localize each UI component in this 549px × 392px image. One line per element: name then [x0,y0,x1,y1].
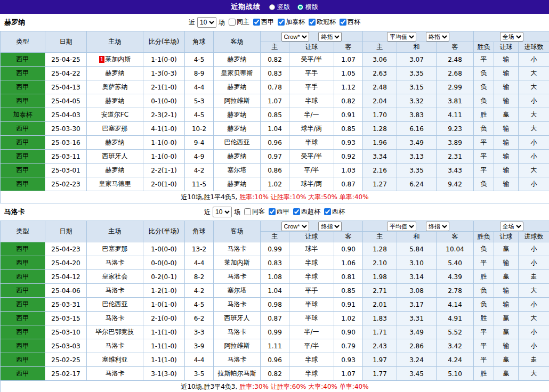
checkbox-label: 西杯 [348,18,360,27]
odds-handicap: 平手 [289,284,334,298]
result-outcome: 平 [474,164,494,177]
avg-draw: 3.35 [397,164,437,177]
summary-prefix: 近10场,胜1平4负5, [181,193,237,201]
col-header-avg-home: 主 [363,42,397,53]
col-header-avg-home: 主 [363,232,397,242]
avg-draw: 3.15 [397,80,437,94]
odds-handicap: 半球 [289,94,334,108]
filter-checkbox[interactable]: 西杯 [340,18,360,27]
layout-option-vertical[interactable]: 竖版 [269,3,290,12]
odds-away: 0.87 [334,177,363,191]
avg-time-select[interactable]: 终指 [426,32,449,42]
checkbox-label: 西甲 [277,207,289,216]
date-cell: 25-04-05 [45,94,87,108]
home-team: 赫罗纳 [87,94,143,108]
result-goals: 大 [519,108,549,122]
col-header-away: 客场 [214,221,261,242]
league-cell: 西甲 [1,256,45,270]
odds-source-select[interactable]: Crow* [281,32,309,42]
filter-checkbox[interactable]: 西杯 [324,207,345,216]
avg-group-header: 平均值 终指 [363,221,474,232]
col-header-type: 类型 [1,221,45,242]
result-outcome: 负 [474,94,494,108]
checkbox-input[interactable] [309,19,316,26]
filter-checkboxes: 同主西甲加泰杯欧冠杯西杯 [225,18,360,27]
filter-checkbox[interactable]: 欧冠杯 [309,18,336,27]
away-team: 马洛卡 [214,325,261,339]
avg-draw: 3.17 [397,298,437,312]
checkbox-input[interactable] [293,208,300,215]
checkbox-label: 欧冠杯 [317,18,336,27]
date-cell: 25-02-23 [45,177,87,191]
recent-count-select[interactable]: 10 [213,207,232,217]
checkbox-input[interactable] [340,19,346,26]
avg-time-select[interactable]: 终指 [426,222,449,231]
avg-source-select[interactable]: 平均值 [387,222,416,231]
score-cell: 1-2(1-0) [143,284,185,298]
result-goals: 小 [519,256,549,270]
avg-home: 2.63 [363,67,397,80]
away-team: 赫罗纳 [214,108,261,122]
match-row: 西甲25-04-22赫罗纳1-3(0-3)8-9皇家贝蒂斯0.83平手1.052… [1,67,549,80]
avg-away: 5.40 [437,256,474,270]
avg-home: 1.77 [363,367,397,381]
corner-cell: 9-4 [185,136,214,150]
home-team: 马洛卡 [87,367,143,381]
date-cell: 25-04-25 [45,53,87,67]
filter-checkbox[interactable]: 西甲 [253,18,274,27]
avg-home: 1.27 [363,177,397,191]
avg-away: 2.99 [437,80,474,94]
filter-checkbox[interactable]: 同主 [229,18,249,27]
match-row: 西甲25-03-31巴伦西亚1-0(1-0)4-5马洛卡0.98半球0.912.… [1,298,549,312]
checkbox-input[interactable] [324,208,331,215]
away-team: 赫罗纳 [214,80,261,94]
odds-home: 1.04 [261,284,289,298]
odds-handicap: 平手 [289,80,334,94]
odds-away: 0.90 [334,325,363,339]
checkbox-input[interactable] [253,19,260,26]
checkbox-input[interactable] [229,19,236,26]
avg-source-select[interactable]: 平均值 [387,32,416,42]
match-row: 西甲25-02-17马洛卡3-1(3-0)3-5拉斯帕尔马斯0.82半球1.07… [1,367,549,381]
result-goals: 小 [519,136,549,150]
odds-away: 1.07 [334,53,363,67]
col-header-avg-away: 客 [437,232,474,242]
col-header-outcome: 胜负 [474,42,494,53]
filter-checkbox[interactable]: 西超杯 [293,207,320,216]
date-cell: 25-03-16 [45,136,87,150]
checkbox-input[interactable] [278,19,285,26]
odds-time-select[interactable]: 终指 [318,222,342,231]
recent-count-select[interactable]: 10 [197,17,216,28]
odds-source-select[interactable]: Crow* [281,222,309,231]
scope-select[interactable]: 全场 [500,32,523,42]
corner-cell: 10-2 [185,122,214,136]
checkbox-input[interactable] [244,208,251,215]
match-row: 西甲25-03-01赫罗纳2-2(1-1)4-2塞尔塔0.86平/半1.032.… [1,164,549,177]
odds-time-select[interactable]: 终指 [318,32,342,42]
odds-handicap: 半球 [289,136,334,150]
filter-checkbox[interactable]: 同客 [244,207,265,216]
corner-cell: 8-9 [185,67,214,80]
col-header-outcome: 胜负 [474,232,494,242]
away-team: 皇家贝蒂斯 [214,67,261,80]
score-cell: 2-2(1-1) [143,164,185,177]
result-group-header: 全场 [474,221,549,232]
match-row: 加泰杯25-04-03安道尔FC2-3(2-1)4-5赫罗纳0.85半/一0.9… [1,108,549,122]
scope-select[interactable]: 全场 [500,222,523,231]
avg-draw: 3.31 [397,312,437,325]
layout-option-horizontal[interactable]: 横版 [297,3,318,12]
result-handicap: 赢 [494,270,519,284]
score-cell: 2-3(2-1) [143,108,185,122]
col-header-score: 比分(半场) [143,31,185,53]
team-sections: 赫罗纳 近 10 场 同主西甲加泰杯欧冠杯西杯 类型 日 [0,14,549,392]
avg-home: 1.28 [363,122,397,136]
result-goals: 大 [519,312,549,325]
result-handicap: 赢 [494,367,519,381]
score-cell: 2-1(1-0) [143,80,185,94]
summary-row: 近10场,胜1平4负5,胜率:10% 让胜率:10% 大率:50% 单率:40% [1,191,549,203]
filter-checkbox[interactable]: 西甲 [269,207,289,216]
odds-away: 0.91 [334,108,363,122]
filter-checkbox[interactable]: 加泰杯 [278,18,305,27]
checkbox-input[interactable] [269,208,276,215]
league-cell: 西甲 [1,325,45,339]
